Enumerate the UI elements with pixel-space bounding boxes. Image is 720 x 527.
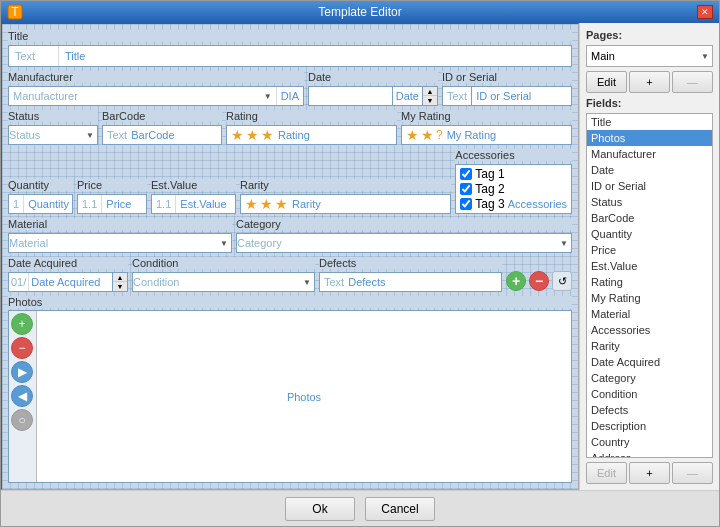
manufacturer-field: Manufacturer Manufacturer DIA: [8, 71, 304, 106]
photos-sidebar: + − ▶ ◀ ○: [9, 311, 37, 482]
dateacq-field: Date Acquired 01/ Date Acquired ▲ ▼: [8, 257, 128, 292]
star-1[interactable]: ★: [231, 127, 244, 143]
field-item-barcode[interactable]: BarCode: [587, 210, 712, 226]
date-up-btn[interactable]: ▲: [423, 87, 437, 96]
material-label: Material: [8, 218, 232, 230]
date-input[interactable]: [308, 86, 393, 106]
myrating-stars: ★ ★ ? My Rating: [401, 125, 572, 145]
close-button[interactable]: ✕: [697, 5, 713, 19]
remove-row-btn[interactable]: −: [529, 271, 549, 291]
material-select[interactable]: Material: [8, 233, 232, 253]
refresh-btn[interactable]: ↺: [552, 271, 572, 291]
qty-row: Quantity 1 Quantity Price 1.1 Price: [8, 149, 572, 214]
field-item-quantity[interactable]: Quantity: [587, 226, 712, 242]
svg-text:T: T: [11, 5, 19, 19]
field-item-accessories[interactable]: Accessories: [587, 322, 712, 338]
tag2-checkbox[interactable]: [460, 183, 472, 195]
photos-label: Photos: [287, 391, 321, 403]
dateacq-row: Date Acquired 01/ Date Acquired ▲ ▼: [8, 257, 572, 292]
qty-placeholder: Quantity: [23, 195, 73, 213]
defects-field: Defects Text Defects: [319, 257, 502, 292]
tag3-row: Tag 3 Accessories: [460, 197, 567, 211]
add-row-btn[interactable]: +: [506, 271, 526, 291]
add-field-btn[interactable]: +: [629, 462, 670, 484]
field-item-rarity[interactable]: Rarity: [587, 338, 712, 354]
add-page-btn[interactable]: +: [629, 71, 670, 93]
field-item-manufacturer[interactable]: Manufacturer: [587, 146, 712, 162]
cancel-button[interactable]: Cancel: [365, 497, 435, 521]
dateacq-up-btn[interactable]: ▲: [113, 273, 127, 282]
field-item-defects[interactable]: Defects: [587, 402, 712, 418]
myrating-blue: My Rating: [447, 129, 497, 141]
field-item-status[interactable]: Status: [587, 194, 712, 210]
field-item-address[interactable]: Address: [587, 450, 712, 458]
rarity-star-2[interactable]: ★: [260, 196, 273, 212]
rarity-blue: Rarity: [292, 198, 321, 210]
manufacturer-label: Manufacturer: [8, 71, 304, 83]
field-item-condition[interactable]: Condition: [587, 386, 712, 402]
title-bar: T Template Editor ✕: [1, 1, 719, 23]
star-2[interactable]: ★: [246, 127, 259, 143]
photo-action-btn[interactable]: ○: [11, 409, 33, 431]
photo-remove-btn[interactable]: −: [11, 337, 33, 359]
photos-main: Photos: [37, 311, 571, 482]
edit-page-btn[interactable]: Edit: [586, 71, 627, 93]
my-star-1[interactable]: ★: [406, 127, 419, 143]
rarity-star-1[interactable]: ★: [245, 196, 258, 212]
title-input-container: Text Title: [8, 45, 572, 67]
field-item-id-or-serial[interactable]: ID or Serial: [587, 178, 712, 194]
photo-move-up-btn[interactable]: ▶: [11, 361, 33, 383]
dateacq-down-btn[interactable]: ▼: [113, 282, 127, 291]
field-item-price[interactable]: Price: [587, 242, 712, 258]
estval-field: Est.Value 1.1 Est.Value: [151, 179, 236, 214]
accessories-blue: Accessories: [508, 198, 567, 210]
field-item-date[interactable]: Date: [587, 162, 712, 178]
category-select[interactable]: Category: [236, 233, 572, 253]
rating-blue: Rating: [278, 129, 310, 141]
serial-input-row: Text ID or Serial: [442, 86, 572, 106]
defects-blue: Defects: [348, 276, 385, 288]
material-row: Material Material Category Category: [8, 218, 572, 253]
rating-field: Rating ★ ★ ★ Rating: [226, 110, 397, 145]
field-item-material[interactable]: Material: [587, 306, 712, 322]
main-content: Title Text Title Manufacturer Manufactur…: [1, 23, 719, 490]
pages-label: Pages:: [586, 29, 713, 41]
field-item-title[interactable]: Title: [587, 114, 712, 130]
field-item-date-acquired[interactable]: Date Acquired: [587, 354, 712, 370]
main-window: T Template Editor ✕ Title Text Title: [0, 0, 720, 527]
field-item-country[interactable]: Country: [587, 434, 712, 450]
footer: Ok Cancel: [1, 490, 719, 526]
title-text-placeholder: Text: [9, 46, 59, 66]
field-item-category[interactable]: Category: [587, 370, 712, 386]
date-blue: Date: [393, 86, 423, 106]
delete-field-btn[interactable]: —: [672, 462, 713, 484]
estval-placeholder: Est.Value: [175, 195, 235, 213]
tag1-checkbox[interactable]: [460, 168, 472, 180]
photo-add-btn[interactable]: +: [11, 313, 33, 335]
field-item-est.value[interactable]: Est.Value: [587, 258, 712, 274]
star-3[interactable]: ★: [261, 127, 274, 143]
condition-select[interactable]: Condition: [132, 272, 315, 292]
ok-button[interactable]: Ok: [285, 497, 355, 521]
edit-field-btn[interactable]: Edit: [586, 462, 627, 484]
my-star-2[interactable]: ★: [421, 127, 434, 143]
date-down-btn[interactable]: ▼: [423, 96, 437, 105]
field-item-my-rating[interactable]: My Rating: [587, 290, 712, 306]
field-item-rating[interactable]: Rating: [587, 274, 712, 290]
pages-select[interactable]: Main: [586, 45, 713, 67]
rating-stars: ★ ★ ★ Rating: [226, 125, 397, 145]
manufacturer-select[interactable]: Manufacturer: [9, 87, 276, 105]
tag1-label: Tag 1: [475, 167, 504, 181]
rarity-star-3[interactable]: ★: [275, 196, 288, 212]
delete-page-btn[interactable]: —: [672, 71, 713, 93]
pages-buttons: Edit + —: [586, 71, 713, 93]
field-item-description[interactable]: Description: [587, 418, 712, 434]
dateacq-blue: Date Acquired: [28, 273, 112, 291]
photo-move-btn2[interactable]: ◀: [11, 385, 33, 407]
title-field-group: Title Text Title: [8, 30, 572, 67]
tag3-checkbox[interactable]: [460, 198, 472, 210]
defects-label: Defects: [319, 257, 502, 269]
field-item-photos[interactable]: Photos: [587, 130, 712, 146]
manufacturer-row: Manufacturer Manufacturer DIA Date: [8, 71, 572, 106]
status-select[interactable]: Status: [8, 125, 98, 145]
